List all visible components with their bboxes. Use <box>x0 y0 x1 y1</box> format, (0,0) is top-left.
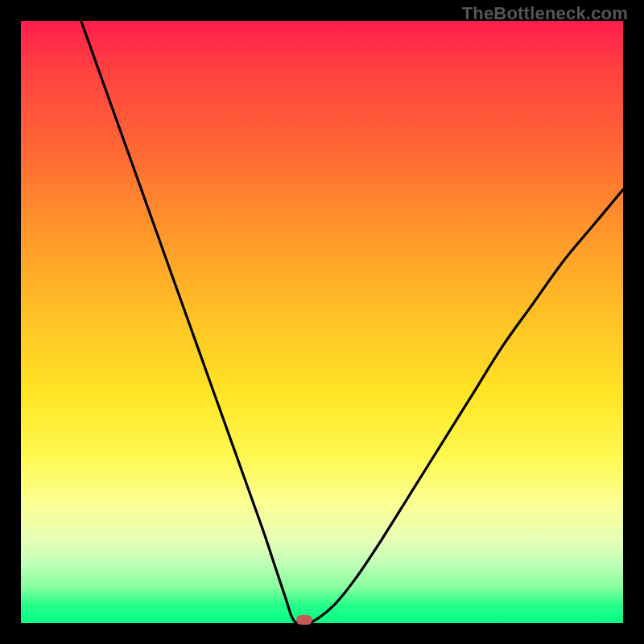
minimum-marker <box>296 615 312 625</box>
chart-frame: TheBottleneck.com <box>0 0 644 644</box>
curve-svg <box>21 21 623 623</box>
bottleneck-curve <box>81 21 623 623</box>
watermark-label: TheBottleneck.com <box>462 3 628 24</box>
